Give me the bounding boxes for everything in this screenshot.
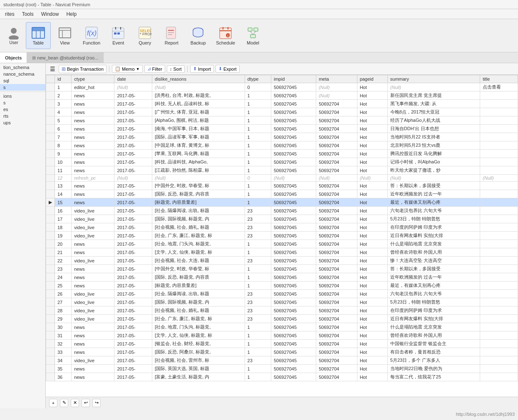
col-ctype[interactable]: ctype bbox=[72, 75, 114, 83]
table-row[interactable]: 7news2017-05-[国际, 品读军事, 军事, 标题1506927045… bbox=[46, 133, 518, 141]
svg-rect-34 bbox=[250, 35, 255, 38]
table-row[interactable]: 24news2017-05-[国际, 反恐, 标题党, 内容质150692704… bbox=[46, 273, 518, 282]
table-row[interactable]: 31news2017-05-[文学, 人文, 仙侠, 标题党, 标1506927… bbox=[46, 331, 518, 340]
begin-transaction-btn[interactable]: ⊞ Begin Transaction bbox=[59, 65, 107, 73]
table-row[interactable]: 20news2017-05-[社会, 地震, 门头沟, 标题党,15069270… bbox=[46, 240, 518, 248]
toolbar-btn-report[interactable]: Report bbox=[159, 22, 184, 49]
table-row[interactable]: ▶15news2017-05-[标题党, 内容质量差]1506927045506… bbox=[46, 198, 518, 207]
sidebar-item-ups[interactable]: ups bbox=[0, 119, 45, 126]
add-record-btn[interactable]: + bbox=[49, 399, 57, 407]
menu-rites[interactable]: rites bbox=[2, 10, 18, 18]
table-row[interactable]: 12refresh_pc(Null)(Null)0(Null)(Null)(Nu… bbox=[46, 175, 518, 182]
table-row[interactable]: 19video_live2017-05-[社会, 广东, 廉江, 标题党, 标2… bbox=[46, 232, 518, 240]
table-row[interactable]: 6news2017-05-[南海, 中国军事, 日本, 标题1506927045… bbox=[46, 125, 518, 133]
table-row[interactable]: 4news2017-05-[广州恒大, 体育, 亚冠, 标题1506927045… bbox=[46, 108, 518, 116]
table-row[interactable]: 13news2017-05-[中国外交, 时政, 华春莹, 标150692704… bbox=[46, 182, 518, 190]
redo-btn[interactable]: ↪ bbox=[92, 399, 101, 407]
table-row[interactable]: 11news2017-05-[江疏影, 孙怡然, 陈柏霖, 标150692704… bbox=[46, 166, 518, 175]
toolbar-btn-view[interactable]: View bbox=[52, 22, 77, 49]
table-row[interactable]: 29video_live2017-05-[社会, 广东, 廉江, 标题党, 标2… bbox=[46, 315, 518, 323]
row-marker bbox=[46, 190, 55, 198]
export-label: Export bbox=[223, 67, 237, 72]
table-row[interactable]: 2news2017-05-[洪秀柱, 台湾, 时政, 标题党,150692704… bbox=[46, 91, 518, 100]
toolbar-btn-table[interactable]: Table bbox=[26, 22, 51, 49]
col-date[interactable]: date bbox=[114, 75, 152, 83]
toolbar-btn-user[interactable]: User bbox=[3, 22, 24, 49]
menu-help[interactable]: Help bbox=[63, 10, 80, 18]
edit-record-btn[interactable]: ✎ bbox=[60, 399, 68, 407]
table-row[interactable]: 26video_live2017-05-[社会, 隔爆阅读, 出轨, 标题235… bbox=[46, 290, 518, 298]
toolbar-btn-event[interactable]: Event bbox=[106, 22, 131, 49]
sidebar-item-nance-schema[interactable]: nance_schema bbox=[0, 71, 45, 77]
sidebar-item-es[interactable]: es bbox=[0, 106, 45, 113]
delete-record-btn[interactable]: ✕ bbox=[71, 399, 79, 407]
col-title[interactable]: title bbox=[480, 75, 518, 83]
table-row[interactable]: 27video_live2017-05-[国际, 国际视频, 标题党, 内235… bbox=[46, 298, 518, 306]
table-row[interactable]: 34video_live2017-05-[社会视频, 社会, 雷州市, 标235… bbox=[46, 356, 518, 365]
cell-dislike-reasons: (Null) bbox=[152, 175, 245, 182]
menu-window[interactable]: Window bbox=[38, 10, 62, 18]
table-row[interactable]: 25news2017-05-[标题党, 内容质量差]15069270455069… bbox=[46, 282, 518, 290]
col-summary[interactable]: summary bbox=[387, 75, 480, 83]
cell-date: 2017-05- bbox=[114, 323, 152, 331]
col-impid[interactable]: impid bbox=[271, 75, 316, 83]
table-row[interactable]: 5news2017-05-[AlphaGo, 围棋, 柯洁, 标题1506927… bbox=[46, 116, 518, 125]
menu-tools[interactable]: Tools bbox=[19, 10, 37, 18]
cell-impid: 506927045 bbox=[271, 182, 316, 190]
tab-objects[interactable]: Objects bbox=[0, 52, 27, 63]
cell-ctype: news bbox=[72, 348, 114, 356]
table-row[interactable]: 18video_live2017-05-[社会视频, 社会, 婚礼, 标题235… bbox=[46, 223, 518, 232]
table-row[interactable]: 23news2017-05-[中国外交, 时政, 华春莹, 标150692704… bbox=[46, 265, 518, 273]
export-btn[interactable]: ⬇ Export bbox=[216, 65, 240, 73]
memo-btn[interactable]: 📋 Memo ▼ bbox=[112, 65, 142, 73]
table-row[interactable]: 8news2017-05-[中国足球, 体育, 黄博文, 标1506927045… bbox=[46, 141, 518, 150]
sidebar-item-s2[interactable]: s bbox=[0, 99, 45, 106]
table-row[interactable]: 22video_live2017-05-[社会视频, 社会, 大连, 标题235… bbox=[46, 257, 518, 265]
table-row[interactable]: 32news2017-05-[银监会, 社会, 财经, 标题党,15069270… bbox=[46, 340, 518, 348]
toolbar-btn-backup[interactable]: Backup bbox=[186, 22, 211, 49]
toolbar-btn-model[interactable]: Model bbox=[240, 22, 265, 49]
sort-btn[interactable]: ↕ Sort bbox=[167, 65, 185, 73]
filter-btn[interactable]: ⊿ Filter bbox=[144, 65, 165, 73]
col-pageid[interactable]: pageid bbox=[357, 75, 387, 83]
table-row[interactable]: 36news2017-05-[富豪, 土豪生活, 标题党, 内150692704… bbox=[46, 373, 518, 381]
cell-summary: 六旬老汉包养比 六旬大爷 bbox=[387, 290, 480, 298]
cell-dislike-reasons: [社会, 广东, 廉江, 标题党, 标 bbox=[152, 232, 245, 240]
tab-table[interactable]: ▦ new_bean @studentsql (roo... bbox=[27, 52, 104, 63]
import-btn[interactable]: ⬆ Import bbox=[190, 65, 214, 73]
table-row[interactable]: 3news2017-05-[科技, 无人机, 品读科技, 标1506927045… bbox=[46, 100, 518, 108]
undo-btn[interactable]: ↩ bbox=[82, 399, 90, 407]
cell-impid: 506927045 bbox=[271, 223, 316, 232]
table-row[interactable]: 9news2017-05-[苹果, 互联网, 马化腾, 标题1506927045… bbox=[46, 150, 518, 158]
hamburger-btn[interactable]: ☰ bbox=[48, 65, 57, 73]
toolbar-btn-query[interactable]: SELECT* FROM Query bbox=[132, 22, 157, 49]
table-row[interactable]: 35news2017-05-[国际, 英国大选, 英国, 标题150692704… bbox=[46, 365, 518, 373]
toolbar-btn-schedule[interactable]: 12 Schedule bbox=[212, 22, 239, 49]
view-icon bbox=[58, 26, 72, 40]
table-row[interactable]: 28video_live2017-05-[社会视频, 社会, 婚礼, 标题235… bbox=[46, 306, 518, 315]
table-row[interactable]: 16video_live2017-05-[社会, 隔爆阅读, 出轨, 标题235… bbox=[46, 207, 518, 215]
table-row[interactable]: 33news2017-05-[国际, 反恐, 阿桑尔, 标题党,15069270… bbox=[46, 348, 518, 356]
cell-summary: 近日有网友爆料 实拍|大排 bbox=[387, 232, 480, 240]
toolbar-btn-function[interactable]: f(x) Function bbox=[79, 22, 104, 49]
table-row[interactable]: 21news2017-05-[文学, 人文, 仙侠, 标题党, 标1506927… bbox=[46, 248, 518, 257]
table-row[interactable]: 14news2017-05-[国际, 反恐, 标题党, 内容质150692704… bbox=[46, 190, 518, 198]
cell-pageid: Hot bbox=[357, 248, 387, 257]
sidebar-item-tion-schema[interactable]: tion_schema bbox=[0, 64, 45, 71]
sidebar-item-rts[interactable]: rts bbox=[0, 113, 45, 119]
col-id[interactable]: id bbox=[55, 75, 72, 83]
sidebar-item-ions[interactable]: ions bbox=[0, 93, 45, 99]
col-dtype[interactable]: dtype bbox=[245, 75, 271, 83]
col-dislike-reasons[interactable]: dislike_reasons bbox=[152, 75, 245, 83]
table-row[interactable]: 30news2017-05-[社会, 地震, 门头沟, 标题党,15069270… bbox=[46, 323, 518, 331]
cell-ctype: news bbox=[72, 108, 114, 116]
sidebar-item-s[interactable]: s bbox=[0, 84, 45, 91]
col-meta[interactable]: meta bbox=[316, 75, 357, 83]
table-row[interactable]: 10news2017-05-[科技, 品读科技, AlphaGo,1506927… bbox=[46, 158, 518, 166]
table-row[interactable]: 1editor_hot(Null)(Null)0506927045(Null)H… bbox=[46, 83, 518, 91]
cell-dtype: 1 bbox=[245, 331, 271, 340]
memo-label: Memo bbox=[122, 67, 135, 72]
cell-impid: 506927045 bbox=[271, 340, 316, 348]
sidebar-item-sql[interactable]: sql bbox=[0, 77, 45, 84]
table-row[interactable]: 17video_live2017-05-[国际, 国际视频, 标题党, 内235… bbox=[46, 215, 518, 223]
